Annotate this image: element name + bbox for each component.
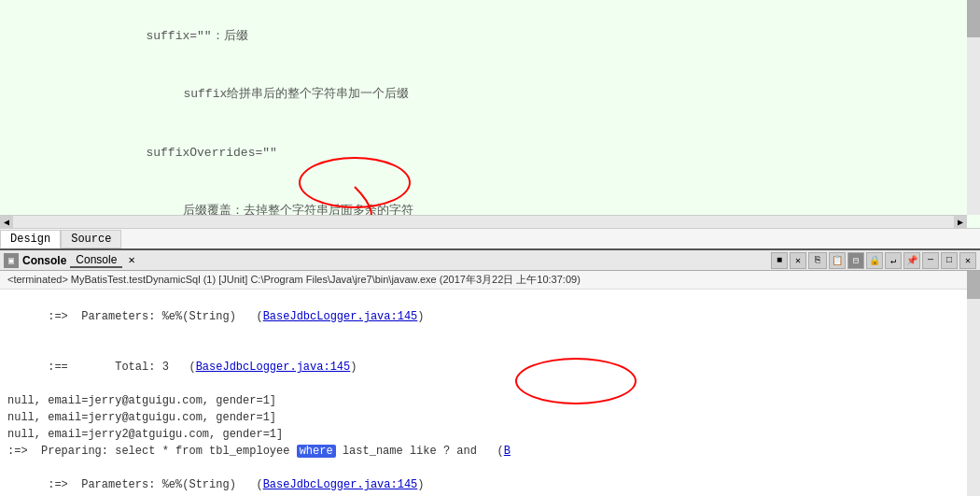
console-vertical-scrollbar[interactable] <box>967 271 980 496</box>
from-keyword: from <box>175 445 203 458</box>
editor-panel: suffix=""：后缀 suffix给拼串后的整个字符串加一个后缀 suffi… <box>0 0 980 228</box>
console-panel-icon: ▣ <box>4 253 19 268</box>
console-tab-x[interactable]: ✕ <box>128 253 134 267</box>
console-toolbar: ■ ✕ ⎘ 📋 ⊟ 🔒 ↵ 📌 ─ □ ✕ <box>771 252 976 269</box>
log-line-4: null, email=jerry@atguigu.com, gender=1] <box>7 409 973 426</box>
toolbar-remove-btn[interactable]: ✕ <box>790 252 806 269</box>
hscroll-track[interactable] <box>13 216 954 229</box>
editor-hscroll-bar: ◀ ▶ <box>0 215 967 228</box>
console-panel: ▣ Console Console ✕ ■ ✕ ⎘ 📋 ⊟ 🔒 ↵ 📌 ─ □ … <box>0 248 980 496</box>
log-line-6: :=> Preparing: select * from tbl_employe… <box>7 443 973 460</box>
and-keyword: and <box>456 445 477 458</box>
log-line-7: :=> Parameters: %e%(String) (BaseJdbcLog… <box>7 460 973 496</box>
console-titlebar: ▣ Console Console ✕ ■ ✕ ⎘ 📋 ⊟ 🔒 ↵ 📌 ─ □ … <box>0 250 980 271</box>
log-line-1: :=> Parameters: %e%(String) (BaseJdbcLog… <box>7 291 973 342</box>
toolbar-minimize-btn[interactable]: ─ <box>922 252 939 269</box>
editor-content: suffix=""：后缀 suffix给拼串后的整个字符串加一个后缀 suffi… <box>0 0 980 228</box>
comment-suffix-overrides: suffixOverrides="" <box>146 146 276 160</box>
hscroll-right-btn[interactable]: ▶ <box>954 216 967 229</box>
log-link-2[interactable]: BaseJdbcLogger.java:145 <box>196 361 351 374</box>
code-text: suffix给拼串后的整个字符串加一个后缀 <box>50 65 980 123</box>
tab-source[interactable]: Source <box>61 230 121 248</box>
editor-scrollbar-thumb[interactable] <box>967 0 980 37</box>
code-line: suffixOverrides="" <box>0 124 980 182</box>
hscroll-left-btn[interactable]: ◀ <box>0 216 13 229</box>
console-title: Console <box>22 254 66 267</box>
comment-suffix: suffix=""：后缀 <box>146 29 247 43</box>
code-line: suffix给拼串后的整个字符串加一个后缀 <box>0 65 980 123</box>
log-link-1[interactable]: BaseJdbcLogger.java:145 <box>263 310 418 323</box>
toolbar-clear-btn[interactable]: ⊟ <box>847 252 864 269</box>
code-line: suffix=""：后缀 <box>0 7 980 65</box>
toolbar-scroll-lock-btn[interactable]: 🔒 <box>866 252 883 269</box>
toolbar-copy-btn[interactable]: ⎘ <box>808 252 827 269</box>
comment-suffix-desc: suffix给拼串后的整个字符串加一个后缀 <box>183 87 409 101</box>
code-text: suffix=""：后缀 <box>50 7 980 65</box>
code-text: suffixOverrides="" <box>50 124 980 182</box>
console-log-body: :=> Parameters: %e%(String) (BaseJdbcLog… <box>0 290 980 496</box>
where-highlight: where <box>297 445 336 458</box>
log-line-2: :== Total: 3 (BaseJdbcLogger.java:145) <box>7 342 973 392</box>
editor-vertical-scrollbar[interactable] <box>967 0 980 215</box>
toolbar-word-wrap-btn[interactable]: ↵ <box>885 252 902 269</box>
hscroll-container: ◀ ▶ <box>0 215 967 228</box>
toolbar-paste-btn[interactable]: 📋 <box>829 252 846 269</box>
console-status-text: <terminated> MyBatisTest.testDynamicSql … <box>7 272 581 287</box>
toolbar-stop-btn[interactable]: ■ <box>771 252 788 269</box>
toolbar-pin-btn[interactable]: 📌 <box>903 252 920 269</box>
console-tab[interactable]: Console <box>70 253 122 268</box>
toolbar-maximize-btn[interactable]: □ <box>941 252 958 269</box>
log-line-5: null, email=jerry2@atguigu.com, gender=1… <box>7 426 973 443</box>
log-link-3[interactable]: BaseJdbcLogger.java:145 <box>263 478 418 491</box>
tab-design[interactable]: Design <box>0 230 61 248</box>
console-status-bar: <terminated> MyBatisTest.testDynamicSql … <box>0 271 980 290</box>
design-source-tabbar: Design Source <box>0 228 980 248</box>
log-link-b[interactable]: B <box>504 445 511 458</box>
log-line-3: null, email=jerry@atguigu.com, gender=1] <box>7 392 973 409</box>
console-scrollbar-thumb[interactable] <box>967 271 980 299</box>
toolbar-close-btn[interactable]: ✕ <box>959 252 976 269</box>
